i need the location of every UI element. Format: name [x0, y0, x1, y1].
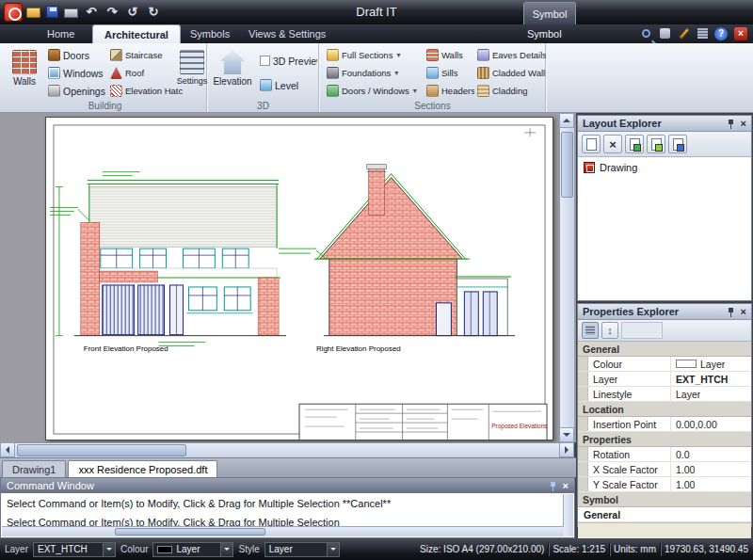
scroll-left-button[interactable] — [0, 442, 15, 457]
doors-button[interactable]: Doors — [45, 47, 105, 63]
openings-button[interactable]: Openings — [45, 83, 105, 99]
pan-icon[interactable] — [660, 28, 670, 39]
symbol-general-row[interactable]: General — [578, 507, 751, 522]
scroll-up-button[interactable] — [559, 113, 574, 128]
layout-item-label: Drawing — [600, 162, 637, 173]
doors-windows-button[interactable]: Doors / Windows▾ — [324, 83, 422, 99]
full-sections-button[interactable]: Full Sections▾ — [324, 47, 418, 63]
category-properties[interactable]: Properties — [578, 432, 751, 447]
3d-preview-checkbox[interactable]: 3D Preview — [257, 53, 317, 69]
cladded-walls-button[interactable]: Cladded Walls — [474, 65, 546, 81]
help-icon[interactable]: ? — [714, 27, 728, 40]
settings-button[interactable]: Settings — [177, 45, 207, 98]
layout-explorer-header[interactable]: Layout Explorer × — [578, 116, 751, 132]
property-row-linestyle[interactable]: Linestyle Layer — [578, 387, 751, 402]
grid-icon[interactable] — [697, 28, 708, 39]
vertical-scrollbar[interactable] — [559, 113, 574, 442]
elevation-button[interactable]: Elevation — [212, 45, 253, 98]
scroll-right-button[interactable] — [559, 442, 574, 457]
title-block[interactable]: Proposed Elevations — [299, 404, 548, 440]
command-scroll-thumb[interactable] — [115, 528, 265, 536]
tab-architectural[interactable]: Architectural — [92, 24, 181, 43]
section-walls-button[interactable]: Walls — [424, 47, 474, 63]
cladding-button[interactable]: Cladding — [474, 83, 546, 99]
properties-explorer-header[interactable]: Properties Explorer × — [578, 304, 751, 320]
eaves-details-button[interactable]: Eaves Details — [474, 47, 546, 63]
window-icon — [48, 67, 60, 79]
doc-tab-drawing1[interactable]: Drawing1 — [2, 460, 66, 477]
zoom-icon[interactable] — [642, 29, 650, 38]
windows-button[interactable]: Windows — [45, 65, 105, 81]
scroll-down-button[interactable] — [559, 427, 574, 442]
property-row-layer[interactable]: Layer EXT_HTCH — [578, 372, 751, 387]
close-panel-icon[interactable]: × — [741, 119, 746, 129]
tab-symbols[interactable]: Symbols — [179, 24, 241, 43]
close-panel-icon[interactable]: × — [563, 481, 569, 491]
headers-button[interactable]: Headers — [424, 83, 474, 99]
horizontal-scroll-thumb[interactable] — [17, 444, 186, 456]
colour-swatch[interactable] — [676, 360, 697, 368]
paste-layout-button[interactable] — [668, 135, 687, 153]
tab-home[interactable]: Home — [36, 24, 86, 43]
delete-layout-button[interactable]: × — [603, 135, 622, 153]
hatch-icon — [110, 85, 122, 97]
sills-button[interactable]: Sills — [424, 65, 474, 81]
dropdown-arrow-icon[interactable] — [327, 543, 339, 556]
delete-layout-icon: × — [609, 138, 617, 151]
roof-button[interactable]: Roof — [107, 65, 181, 81]
property-row-x-scale[interactable]: X Scale Factor 1.00 — [578, 462, 751, 477]
drawing-viewport[interactable]: Front Elevation Proposed — [0, 113, 576, 442]
doc-tab-residence[interactable]: xxx Residence Proposed.dft — [68, 460, 217, 477]
layout-item-drawing[interactable]: Drawing — [584, 162, 745, 173]
properties-filter-box — [621, 322, 663, 339]
foundations-button[interactable]: Foundations▾ — [324, 65, 418, 81]
command-window-title: Command Window — [7, 480, 94, 491]
command-window-header[interactable]: Command Window × — [1, 478, 574, 493]
horizontal-scrollbar[interactable] — [0, 442, 574, 457]
walls-button[interactable]: Walls — [6, 45, 43, 98]
command-vscrollbar[interactable] — [563, 494, 573, 536]
statusbar: Layer EXT_HTCH Colour Layer Style Layer … — [0, 538, 753, 560]
application-window: ↶ ↷ ↺ ↻ Draft IT Symbol Home Architectur… — [0, 0, 753, 560]
colour-dropdown[interactable]: Layer — [152, 542, 233, 557]
command-hscrollbar[interactable] — [2, 526, 564, 536]
style-dropdown[interactable]: Layer — [264, 542, 340, 557]
layer-dropdown[interactable]: EXT_HTCH — [33, 542, 116, 557]
property-row-rotation[interactable]: Rotation 0.0 — [578, 447, 751, 462]
drawing-page[interactable]: Front Elevation Proposed — [45, 117, 553, 440]
vertical-scroll-thumb[interactable] — [561, 132, 573, 198]
level-button[interactable]: Level — [257, 77, 317, 93]
category-general[interactable]: General — [578, 342, 751, 357]
category-symbol[interactable]: Symbol — [578, 492, 751, 507]
eaves-icon — [477, 49, 489, 61]
tab-symbol[interactable]: Symbol — [527, 24, 562, 43]
pin-icon[interactable] — [549, 481, 557, 491]
import-layout-button[interactable] — [625, 135, 644, 153]
cladding-icon — [477, 85, 489, 97]
category-location[interactable]: Location — [578, 402, 751, 417]
new-layout-icon — [586, 138, 597, 151]
close-icon[interactable]: × — [734, 27, 747, 40]
layout-list: Drawing — [578, 157, 751, 295]
pin-icon[interactable] — [727, 307, 735, 317]
sheet-size-readout: Size: ISO A4 (297.00x210.00) — [420, 544, 544, 554]
tab-views-settings[interactable]: Views & Settings — [237, 24, 337, 43]
front-elevation[interactable]: Front Elevation Proposed — [50, 172, 286, 353]
export-layout-button[interactable] — [647, 135, 665, 153]
property-row-colour[interactable]: Colour Layer — [578, 357, 751, 372]
edit-icon[interactable] — [679, 27, 689, 40]
dropdown-arrow-icon[interactable] — [220, 543, 232, 556]
new-layout-button[interactable] — [582, 135, 601, 153]
right-elevation[interactable]: Right Elevation Proposed — [279, 165, 515, 353]
pin-icon[interactable] — [727, 119, 735, 129]
close-panel-icon[interactable]: × — [741, 307, 746, 317]
contextual-tab-symbol[interactable]: Symbol — [523, 2, 576, 24]
property-row-insertion-point[interactable]: Insertion Point 0.00,0.00 — [578, 417, 751, 432]
staircase-button[interactable]: Staircase — [107, 47, 181, 63]
alphabetical-sort-button[interactable]: ↕ — [601, 322, 618, 339]
dropdown-arrow-icon[interactable] — [103, 543, 115, 556]
drawing-canvas[interactable]: Front Elevation Proposed — [46, 118, 553, 440]
elevation-hatch-button[interactable]: Elevation Hatch — [107, 83, 183, 99]
property-row-y-scale[interactable]: Y Scale Factor 1.00 — [578, 477, 751, 492]
categorized-view-button[interactable] — [582, 322, 599, 339]
